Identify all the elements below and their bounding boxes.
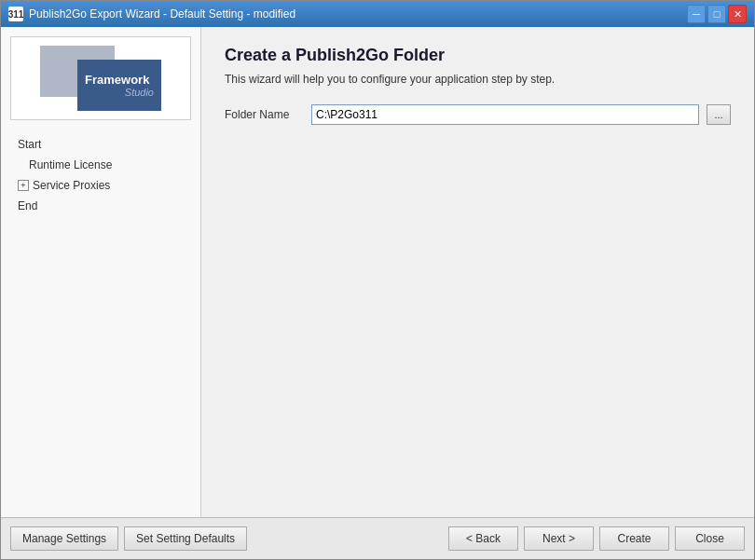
- title-bar-left: 311 Publish2Go Export Wizard - Default S…: [8, 7, 295, 21]
- expander-service-proxies[interactable]: +: [18, 180, 29, 191]
- bottom-left-buttons: Manage Settings Set Setting Defaults: [10, 526, 247, 551]
- nav-tree: Start Runtime License + Service Proxies …: [10, 134, 191, 508]
- create-button[interactable]: Create: [599, 526, 669, 551]
- title-controls: ─ □ ✕: [687, 5, 747, 23]
- browse-button[interactable]: ...: [707, 104, 731, 125]
- manage-settings-button[interactable]: Manage Settings: [10, 526, 118, 551]
- next-button[interactable]: Next >: [524, 526, 594, 551]
- bottom-bar: Manage Settings Set Setting Defaults < B…: [1, 517, 754, 559]
- close-window-button[interactable]: ✕: [728, 5, 747, 23]
- close-button[interactable]: Close: [675, 526, 745, 551]
- nav-item-runtime-license[interactable]: Runtime License: [10, 155, 191, 175]
- logo-studio-text: Studio: [85, 87, 154, 98]
- logo-area: Framework Studio: [10, 36, 191, 120]
- window-title: Publish2Go Export Wizard - Default Setti…: [29, 7, 295, 20]
- wizard-title: Create a Publish2Go Folder: [225, 46, 731, 65]
- folder-name-input[interactable]: [311, 104, 699, 125]
- logo-main-box: Framework Studio: [77, 60, 161, 111]
- maximize-button[interactable]: □: [707, 5, 726, 23]
- back-button[interactable]: < Back: [448, 526, 518, 551]
- nav-item-end[interactable]: End: [10, 196, 191, 216]
- set-setting-defaults-button[interactable]: Set Setting Defaults: [124, 526, 247, 551]
- left-panel: Framework Studio Start Runtime License +…: [1, 27, 201, 517]
- folder-name-row: Folder Name ...: [225, 104, 731, 125]
- app-icon: 311: [8, 7, 23, 21]
- folder-name-label: Folder Name: [225, 108, 304, 121]
- main-window: 311 Publish2Go Export Wizard - Default S…: [0, 0, 755, 560]
- minimize-button[interactable]: ─: [687, 5, 706, 23]
- nav-item-start[interactable]: Start: [10, 134, 191, 155]
- content-area: Framework Studio Start Runtime License +…: [1, 27, 754, 517]
- logo-box: Framework Studio: [40, 46, 161, 111]
- title-bar: 311 Publish2Go Export Wizard - Default S…: [1, 1, 754, 27]
- nav-item-service-proxies[interactable]: + Service Proxies: [10, 175, 191, 196]
- bottom-right-buttons: < Back Next > Create Close: [448, 526, 745, 551]
- right-panel: Create a Publish2Go Folder This wizard w…: [201, 27, 754, 517]
- logo-framework-text: Framework: [85, 73, 154, 88]
- wizard-subtitle: This wizard will help you to configure y…: [225, 73, 731, 86]
